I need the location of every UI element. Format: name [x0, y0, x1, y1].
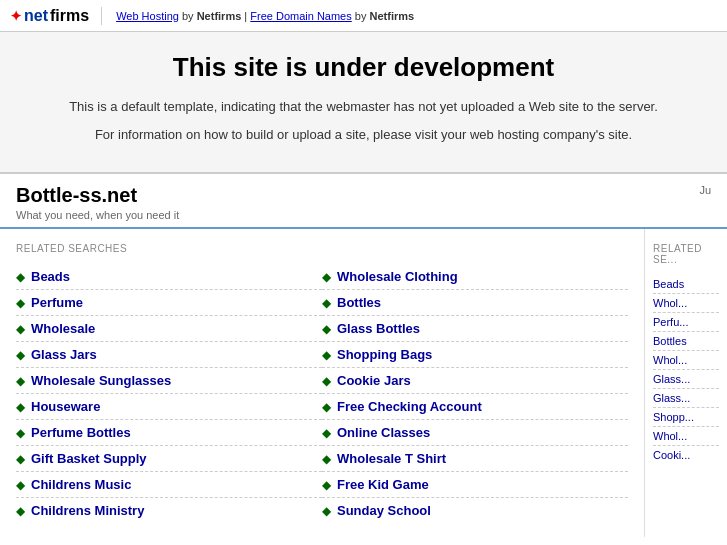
search-link[interactable]: Houseware [31, 399, 100, 414]
list-item: ◆Wholesale [16, 316, 322, 342]
list-item[interactable]: Whol... [653, 351, 719, 370]
top-banner: ✦ netfirms Web Hosting by Netfirms | Fre… [0, 0, 727, 32]
list-item: ◆Gift Basket Supply [16, 446, 322, 472]
list-item: ◆Shopping Bags [322, 342, 628, 368]
search-link[interactable]: Wholesale Sunglasses [31, 373, 171, 388]
list-item[interactable]: Glass... [653, 370, 719, 389]
right-search-col: ◆Wholesale Clothing◆Bottles◆Glass Bottle… [322, 264, 628, 523]
arrow-icon: ◆ [16, 400, 25, 414]
under-dev-line1: This is a default template, indicating t… [20, 97, 707, 117]
related-searches-label-right: RELATED SE... [653, 243, 719, 265]
search-columns: ◆Beads◆Perfume◆Wholesale◆Glass Jars◆Whol… [16, 264, 628, 523]
search-link[interactable]: Perfume Bottles [31, 425, 131, 440]
arrow-icon: ◆ [16, 348, 25, 362]
list-item: ◆Glass Bottles [322, 316, 628, 342]
list-item: ◆Houseware [16, 394, 322, 420]
list-item: ◆Glass Jars [16, 342, 322, 368]
left-panel: RELATED SEARCHES ◆Beads◆Perfume◆Wholesal… [0, 229, 645, 537]
list-item[interactable]: Cooki... [653, 446, 719, 464]
site-right-text: Ju [699, 184, 711, 196]
list-item: ◆Wholesale T Shirt [322, 446, 628, 472]
list-item: ◆Online Classes [322, 420, 628, 446]
search-link[interactable]: Perfume [31, 295, 83, 310]
list-item: ◆Childrens Ministry [16, 498, 322, 523]
search-link[interactable]: Wholesale Clothing [337, 269, 458, 284]
arrow-icon: ◆ [16, 504, 25, 518]
list-item[interactable]: Shopp... [653, 408, 719, 427]
arrow-icon: ◆ [322, 504, 331, 518]
arrow-icon: ◆ [322, 322, 331, 336]
arrow-icon: ◆ [322, 426, 331, 440]
logo-area: ✦ netfirms [10, 7, 102, 25]
list-item: ◆Bottles [322, 290, 628, 316]
related-searches-label: RELATED SEARCHES [16, 243, 628, 254]
banner-by2: by [355, 10, 370, 22]
web-hosting-link[interactable]: Web Hosting [116, 10, 179, 22]
banner-brand1: Netfirms [197, 10, 242, 22]
list-item: ◆Cookie Jars [322, 368, 628, 394]
search-link[interactable]: Free Checking Account [337, 399, 482, 414]
left-search-col: ◆Beads◆Perfume◆Wholesale◆Glass Jars◆Whol… [16, 264, 322, 523]
list-item: ◆Beads [16, 264, 322, 290]
search-link[interactable]: Wholesale T Shirt [337, 451, 446, 466]
search-link[interactable]: Wholesale [31, 321, 95, 336]
site-info: Bottle-ss.net What you need, when you ne… [16, 184, 179, 221]
search-link[interactable]: Glass Bottles [337, 321, 420, 336]
arrow-icon: ◆ [322, 374, 331, 388]
search-link[interactable]: Bottles [337, 295, 381, 310]
list-item[interactable]: Beads [653, 275, 719, 294]
site-tagline: What you need, when you need it [16, 209, 179, 221]
arrow-icon: ◆ [16, 452, 25, 466]
list-item[interactable]: Perfu... [653, 313, 719, 332]
list-item: ◆Wholesale Clothing [322, 264, 628, 290]
arrow-icon: ◆ [322, 270, 331, 284]
logo-net: net [24, 7, 48, 25]
banner-by1: by [182, 10, 197, 22]
star-icon: ✦ [10, 8, 22, 24]
list-item: ◆Free Checking Account [322, 394, 628, 420]
arrow-icon: ◆ [322, 348, 331, 362]
arrow-icon: ◆ [322, 478, 331, 492]
list-item[interactable]: Whol... [653, 294, 719, 313]
list-item: ◆Perfume Bottles [16, 420, 322, 446]
list-item: ◆Free Kid Game [322, 472, 628, 498]
site-header: Bottle-ss.net What you need, when you ne… [0, 174, 727, 229]
search-link[interactable]: Glass Jars [31, 347, 97, 362]
under-dev-title: This site is under development [20, 52, 707, 83]
arrow-icon: ◆ [16, 426, 25, 440]
list-item[interactable]: Glass... [653, 389, 719, 408]
arrow-icon: ◆ [16, 322, 25, 336]
list-item: ◆Childrens Music [16, 472, 322, 498]
logo-firms: firms [50, 7, 89, 25]
search-link[interactable]: Free Kid Game [337, 477, 429, 492]
list-item[interactable]: Whol... [653, 427, 719, 446]
main-content: RELATED SEARCHES ◆Beads◆Perfume◆Wholesal… [0, 229, 727, 537]
arrow-icon: ◆ [16, 296, 25, 310]
search-link[interactable]: Gift Basket Supply [31, 451, 147, 466]
search-link[interactable]: Online Classes [337, 425, 430, 440]
arrow-icon: ◆ [16, 270, 25, 284]
search-link[interactable]: Childrens Music [31, 477, 131, 492]
banner-links: Web Hosting by Netfirms | Free Domain Na… [116, 10, 414, 22]
arrow-icon: ◆ [322, 296, 331, 310]
free-domain-link[interactable]: Free Domain Names [250, 10, 351, 22]
banner-brand2: Netfirms [370, 10, 415, 22]
arrow-icon: ◆ [322, 452, 331, 466]
search-link[interactable]: Sunday School [337, 503, 431, 518]
arrow-icon: ◆ [16, 374, 25, 388]
under-dev-line2: For information on how to build or uploa… [20, 125, 707, 145]
arrow-icon: ◆ [322, 400, 331, 414]
search-link[interactable]: Shopping Bags [337, 347, 432, 362]
list-item: ◆Sunday School [322, 498, 628, 523]
right-panel: RELATED SE... BeadsWhol...Perfu...Bottle… [645, 229, 727, 537]
list-item: ◆Wholesale Sunglasses [16, 368, 322, 394]
list-item: ◆Perfume [16, 290, 322, 316]
under-dev-section: This site is under development This is a… [0, 32, 727, 174]
search-link[interactable]: Childrens Ministry [31, 503, 144, 518]
arrow-icon: ◆ [16, 478, 25, 492]
search-link[interactable]: Beads [31, 269, 70, 284]
list-item[interactable]: Bottles [653, 332, 719, 351]
netfirms-logo: ✦ netfirms [10, 7, 89, 25]
search-link[interactable]: Cookie Jars [337, 373, 411, 388]
site-title: Bottle-ss.net [16, 184, 179, 207]
